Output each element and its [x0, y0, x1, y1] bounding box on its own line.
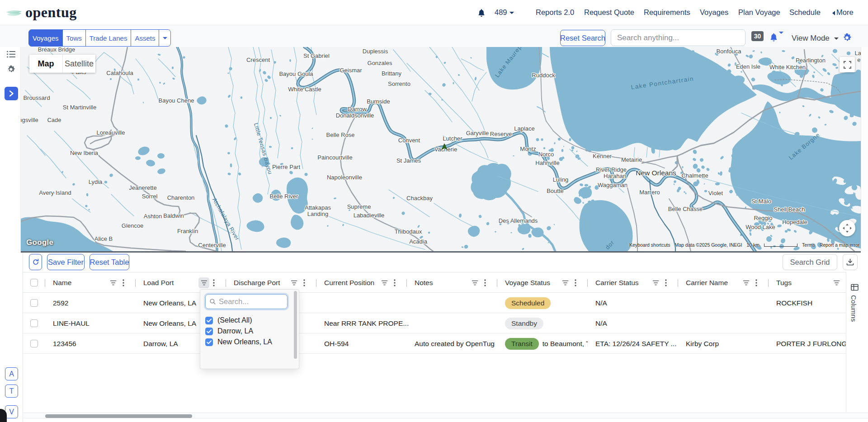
svg-text:Franklin: Franklin [177, 228, 198, 234]
svg-text:Luling: Luling [553, 176, 569, 183]
svg-text:Pierre Part: Pierre Part [272, 164, 301, 170]
svg-text:Attakapas: Attakapas [305, 204, 331, 211]
svg-text:Violet: Violet [708, 190, 723, 197]
svg-text:St Gabriel: St Gabriel [303, 52, 330, 59]
svg-text:Centerville: Centerville [198, 242, 226, 249]
svg-text:Metairie: Metairie [621, 156, 642, 163]
svg-text:Marrero: Marrero [639, 189, 660, 196]
svg-text:Bayou Goula: Bayou Goula [279, 70, 313, 77]
svg-text:Glencoe: Glencoe [122, 222, 143, 229]
svg-text:Avery Island: Avery Island [39, 189, 71, 196]
svg-text:Des Allemands: Des Allemands [499, 217, 538, 224]
svg-text:Donaldsonville: Donaldsonville [336, 112, 374, 119]
svg-text:Baldwin: Baldwin [163, 212, 184, 219]
svg-text:Charenton: Charenton [167, 194, 195, 201]
svg-text:Gonzales: Gonzales [368, 60, 392, 66]
svg-text:Duplessis: Duplessis [363, 48, 388, 55]
svg-text:White Kitchen: White Kitchen [769, 64, 806, 70]
svg-text:La: La [855, 50, 861, 56]
svg-text:Chalmette: Chalmette [681, 172, 708, 179]
svg-text:Jeanerette: Jeanerette [129, 184, 156, 191]
svg-text:Convent: Convent [398, 137, 420, 144]
svg-text:Boutte: Boutte [547, 188, 564, 194]
svg-text:New Iberia: New Iberia [70, 150, 99, 156]
svg-text:Chackbay: Chackbay [406, 195, 433, 202]
svg-text:Ashton: Ashton [144, 213, 162, 220]
svg-text:Kenner: Kenner [593, 153, 612, 159]
svg-text:Reserve: Reserve [490, 131, 512, 137]
svg-text:ey: ey [857, 56, 861, 63]
svg-text:Landing: Landing [307, 211, 328, 217]
svg-text:River Ridge: River Ridge [596, 166, 627, 173]
svg-text:Thibodaux: Thibodaux [395, 228, 422, 235]
svg-text:Acadia: Acadia [409, 238, 428, 245]
svg-text:White Castle: White Castle [288, 86, 321, 93]
svg-text:Geismar: Geismar [340, 67, 362, 74]
svg-text:Supreme: Supreme [347, 203, 371, 210]
svg-text:Napoleonville: Napoleonville [327, 174, 362, 181]
svg-text:Darrow: Darrow [348, 106, 367, 113]
svg-text:Garyville: Garyville [466, 130, 489, 136]
svg-text:Shell Beach: Shell Beach [774, 206, 805, 213]
svg-text:Alice B: Alice B [94, 235, 113, 242]
svg-text:Ruddock: Ruddock [532, 72, 555, 79]
svg-text:Breaux Bridge: Breaux Bridge [38, 47, 75, 53]
svg-text:ngsville: ngsville [21, 117, 38, 123]
svg-text:Labadieville: Labadieville [354, 212, 385, 219]
svg-text:Montz: Montz [520, 145, 536, 152]
svg-text:Loreauville: Loreauville [97, 129, 125, 136]
svg-text:Hopedale: Hopedale [782, 219, 807, 225]
svg-text:Cade: Cade [47, 117, 61, 123]
svg-text:Sorrel: Sorrel [142, 193, 158, 200]
svg-text:St Martinville: St Martinville [63, 104, 96, 111]
svg-text:Belle Rose: Belle Rose [326, 131, 355, 138]
svg-text:Wood Lake: Wood Lake [745, 224, 775, 230]
svg-text:New Orleans: New Orleans [636, 169, 676, 177]
svg-text:Eden Isle: Eden Isle [736, 63, 760, 70]
svg-text:Lydia: Lydia [89, 178, 103, 185]
svg-text:Belle Chasse: Belle Chasse [668, 206, 703, 212]
svg-text:Bayou Chene: Bayou Chene [159, 97, 194, 104]
svg-text:Bonfouca: Bonfouca [717, 48, 742, 55]
svg-text:Paincourtville: Paincourtville [317, 154, 352, 161]
svg-text:St James: St James [396, 157, 421, 164]
svg-text:Hahnville: Hahnville [535, 159, 559, 166]
svg-text:Reggio: Reggio [754, 215, 772, 221]
svg-text:Pearlington: Pearlington [796, 57, 826, 64]
svg-text:Sorrento: Sorrento [388, 80, 410, 87]
svg-text:Catahoula: Catahoula [106, 70, 133, 76]
svg-text:Laplace: Laplace [514, 125, 535, 132]
svg-text:Lutcher: Lutcher [443, 135, 462, 142]
svg-text:Harahan: Harahan [604, 173, 626, 179]
svg-text:Norco: Norco [538, 151, 554, 158]
svg-text:Waggaman: Waggaman [598, 182, 627, 188]
svg-text:Crescent: Crescent [246, 56, 270, 63]
svg-text:Broussard: Broussard [23, 94, 50, 101]
svg-text:Belle River: Belle River [270, 193, 299, 200]
svg-text:Brittany: Brittany [382, 70, 402, 77]
svg-text:Burnside: Burnside [367, 98, 390, 105]
svg-text:St Malo: St Malo [751, 198, 771, 205]
